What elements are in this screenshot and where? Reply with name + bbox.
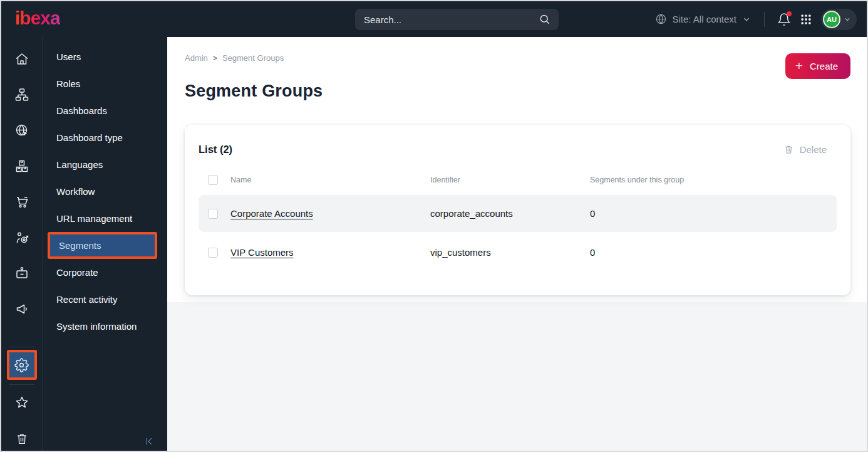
bookmarks-star-icon[interactable] [1,395,43,410]
sidebar-item-recent-activity[interactable]: Recent activity [43,286,167,313]
site-context-selector[interactable]: Site: All context [655,13,752,25]
trash-icon[interactable] [1,431,43,446]
segment-groups-list-card: List (2) Delete [185,125,850,295]
content-tree-icon[interactable] [1,87,43,102]
products-boxes-icon[interactable] [1,159,43,174]
select-all-checkbox[interactable] [208,175,218,185]
row-segments-count: 0 [590,247,837,258]
sidebar-collapse-icon[interactable] [143,436,155,447]
commerce-cart-icon[interactable] [1,194,43,209]
trash-icon [783,144,794,155]
delete-button-label: Delete [800,144,827,155]
table-header: Name Identifier Segments under this grou… [199,165,837,195]
user-menu[interactable]: AU [821,9,857,30]
avatar: AU [823,11,840,28]
delete-button[interactable]: Delete [783,144,827,155]
icon-sidebar [1,37,43,451]
topbar-divider [764,12,765,27]
create-button-label: Create [810,61,838,71]
column-header-identifier: Identifier [430,176,590,184]
sidebar-item-dashboards[interactable]: Dashboards [43,97,167,124]
site-globe-icon[interactable] [1,123,43,138]
customers-target-icon[interactable] [1,230,43,245]
chevron-down-icon [843,15,852,24]
breadcrumb-current: Segment Groups [222,53,284,63]
sidebar-item-workflow[interactable]: Workflow [43,178,167,205]
chevron-down-icon [741,14,752,24]
list-count-title: List (2) [199,144,232,155]
content-background [167,302,867,451]
customer-portal-badge-icon[interactable] [1,266,43,281]
column-header-name: Name [230,176,430,184]
row-segments-count: 0 [590,208,837,219]
notifications-bell-icon[interactable] [777,13,791,26]
sidebar-item-corporate[interactable]: Corporate [43,259,167,286]
row-identifier: vip_customers [430,247,590,258]
column-header-segments: Segments under this group [590,176,837,184]
plus-icon: + [795,59,803,72]
admin-menu-sidebar: Users Roles Dashboards Dashboard type La… [43,37,167,451]
main-content: + Create Admin > Segment Groups Segment … [167,37,867,451]
rail-divider [9,384,35,385]
rail-divider [9,347,35,347]
site-context-label: Site: All context [672,14,736,24]
campaigns-megaphone-icon[interactable] [1,302,43,317]
breadcrumb-admin[interactable]: Admin [185,53,208,63]
admin-settings-gear-icon[interactable] [7,350,37,380]
global-search[interactable] [355,9,559,30]
globe-icon [655,13,667,25]
table-row: Corporate Accounts corporate_accounts 0 [199,195,837,232]
segment-group-link[interactable]: VIP Customers [230,247,294,258]
row-checkbox[interactable] [208,248,218,258]
sidebar-item-system-information[interactable]: System information [43,313,167,340]
ibexa-admin-app: ibexa Site: All context [0,0,868,452]
page-title: Segment Groups [185,81,850,101]
topbar-right-cluster: Site: All context [655,9,857,30]
table-row: VIP Customers vip_customers 0 [199,234,837,271]
sidebar-item-segments[interactable]: Segments [48,232,157,259]
sidebar-item-roles[interactable]: Roles [43,70,167,97]
row-identifier: corporate_accounts [430,208,590,219]
home-icon[interactable] [1,51,43,66]
sidebar-item-url-management[interactable]: URL management [43,205,167,232]
sidebar-item-dashboard-type[interactable]: Dashboard type [43,124,167,151]
breadcrumb-separator: > [213,54,217,63]
sidebar-item-users[interactable]: Users [43,43,167,70]
row-checkbox[interactable] [208,209,218,219]
search-icon[interactable] [539,13,551,26]
segment-group-link[interactable]: Corporate Accounts [230,208,313,219]
create-button[interactable]: + Create [785,53,850,79]
app-grid-icon[interactable] [800,13,812,26]
ibexa-logo[interactable]: ibexa [15,9,60,30]
search-input[interactable] [364,14,539,25]
notification-unread-dot [787,11,792,16]
breadcrumb: Admin > Segment Groups [185,53,850,63]
top-bar: ibexa Site: All context [1,1,867,37]
sidebar-item-languages[interactable]: Languages [43,151,167,178]
